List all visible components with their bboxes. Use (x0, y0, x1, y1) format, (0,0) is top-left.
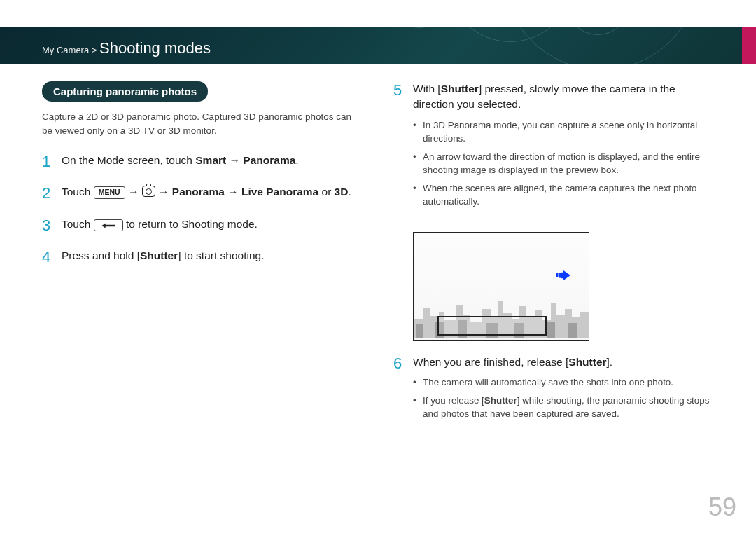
svg-rect-29 (556, 273, 559, 277)
step-number: 5 (393, 81, 413, 99)
breadcrumb-prefix: My Camera > (42, 45, 99, 55)
bullet: If you release [Shutter] while shooting,… (413, 394, 714, 421)
step-3: 3 Touch to return to Shooting mode. (42, 217, 363, 234)
step-5-bullets: In 3D Panorama mode, you can capture a s… (413, 118, 714, 209)
left-column: Capturing panoramic photos Capture a 2D … (42, 81, 363, 444)
intro-text: Capture a 2D or 3D panoramic photo. Capt… (42, 110, 363, 137)
content: Capturing panoramic photos Capture a 2D … (42, 81, 714, 444)
step-6: 6 When you are finished, release [Shutte… (393, 355, 714, 430)
step-1: 1 On the Mode screen, touch Smart → Pano… (42, 153, 363, 170)
step-body: Touch MENU → → Panorama → Live Panorama … (62, 184, 351, 200)
step-number: 2 (42, 184, 62, 202)
step-body: When you are finished, release [Shutter]… (413, 355, 714, 430)
svg-rect-1 (424, 308, 430, 338)
step-number: 4 (42, 248, 62, 266)
bullet: In 3D Panorama mode, you can capture a s… (413, 118, 714, 146)
step-6-bullets: The camera will automatically save the s… (413, 376, 714, 420)
step-5: 5 With [Shutter] pressed, slowly move th… (393, 81, 714, 218)
section-tab (742, 27, 756, 64)
back-button-icon (94, 219, 123, 231)
svg-rect-28 (568, 323, 578, 338)
svg-rect-21 (580, 312, 589, 338)
section-heading-pill: Capturing panoramic photos (42, 81, 208, 102)
menu-button-icon: MENU (94, 186, 125, 198)
step-number: 6 (393, 355, 413, 372)
page-number: 59 (708, 493, 736, 522)
step-4: 4 Press and hold [Shutter] to start shoo… (42, 248, 363, 266)
bullet: When the scenes are aligned, the camera … (413, 181, 714, 209)
page: My Camera > Shooting modes Capturing pan… (0, 0, 756, 536)
header-bar: My Camera > Shooting modes (0, 27, 756, 64)
breadcrumb: My Camera > Shooting modes (0, 27, 756, 57)
svg-rect-22 (416, 324, 424, 338)
step-number: 3 (42, 217, 62, 234)
right-column: 5 With [Shutter] pressed, slowly move th… (393, 81, 714, 444)
direction-arrow-icon (556, 270, 570, 283)
svg-rect-31 (561, 273, 564, 278)
panorama-preview-illustration (413, 232, 589, 341)
page-title: Shooting modes (99, 39, 211, 57)
step-2: 2 Touch MENU → → Panorama → Live Panoram… (42, 184, 363, 202)
step-body: Press and hold [Shutter] to start shooti… (62, 248, 264, 263)
bullet: The camera will automatically save the s… (413, 376, 714, 389)
step-body: On the Mode screen, touch Smart → Panora… (62, 153, 299, 168)
svg-rect-27 (547, 322, 555, 338)
capture-frame (438, 316, 547, 336)
step-number: 1 (42, 153, 62, 170)
camera-icon (142, 186, 155, 197)
bullet: An arrow toward the direction of motion … (413, 150, 714, 177)
svg-rect-18 (556, 315, 565, 338)
svg-rect-30 (559, 273, 561, 277)
step-body: With [Shutter] pressed, slowly move the … (413, 81, 714, 218)
step-body: Touch to return to Shooting mode. (62, 217, 258, 232)
